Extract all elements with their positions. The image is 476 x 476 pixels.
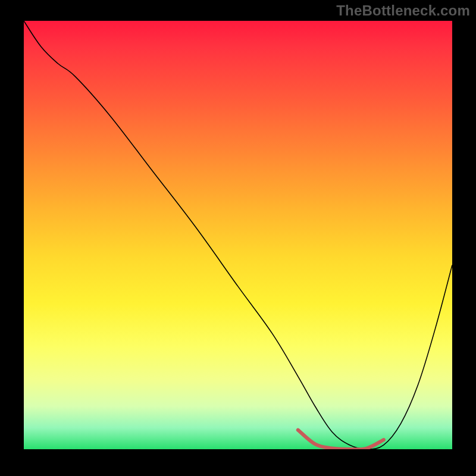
chart-frame: TheBottleneck.com bbox=[0, 0, 476, 476]
watermark-text: TheBottleneck.com bbox=[336, 2, 470, 19]
chart-svg bbox=[24, 21, 452, 449]
plot-area bbox=[24, 21, 452, 449]
bottleneck-curve bbox=[24, 21, 452, 449]
